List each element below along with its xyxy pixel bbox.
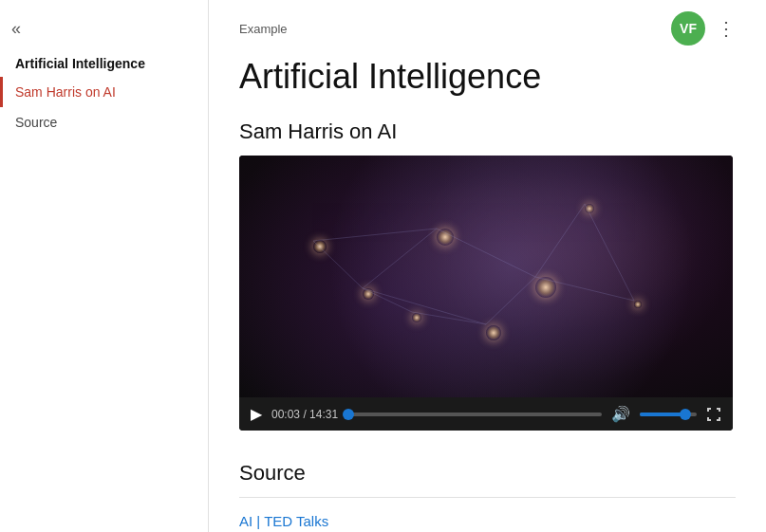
volume-fill <box>640 413 685 416</box>
svg-line-6 <box>486 277 535 324</box>
time-display: 00:03 / 14:31 <box>271 408 338 421</box>
svg-line-1 <box>363 229 437 288</box>
video-section-title: Sam Harris on AI <box>239 119 736 144</box>
volume-bar[interactable] <box>640 413 697 416</box>
svg-line-0 <box>437 229 535 277</box>
progress-bar[interactable] <box>347 413 602 416</box>
avatar[interactable]: VF <box>671 11 705 46</box>
sidebar-item-label: Sam Harris on AI <box>15 84 116 100</box>
breadcrumb: Example <box>239 22 288 36</box>
svg-line-3 <box>535 277 634 301</box>
chevron-left-icon: « <box>11 19 21 39</box>
fullscreen-button[interactable] <box>706 407 721 422</box>
source-section-title: Source <box>239 461 736 486</box>
svg-line-4 <box>313 241 363 288</box>
sidebar-section-title: Artificial Intelligence <box>0 46 208 77</box>
topbar: Example VF ⋮ <box>239 0 736 53</box>
volume-icon[interactable]: 🔊 <box>611 405 630 423</box>
video-player[interactable]: ▶ 00:03 / 14:31 🔊 <box>239 156 733 431</box>
svg-line-5 <box>363 288 486 324</box>
video-controls: ▶ 00:03 / 14:31 🔊 <box>239 397 733 431</box>
play-button[interactable]: ▶ <box>251 405 262 423</box>
glowing-orbs <box>239 156 733 397</box>
main-content: Example VF ⋮ Artificial Intelligence Sam… <box>209 0 766 532</box>
svg-line-8 <box>313 229 437 241</box>
current-time: 00:03 <box>271 408 300 421</box>
sidebar-collapse-button[interactable]: « <box>0 11 208 46</box>
svg-line-2 <box>535 204 585 277</box>
video-thumbnail <box>239 156 733 397</box>
sidebar-item-label: Source <box>15 115 57 130</box>
sidebar-item-sam-harris-on-ai[interactable]: Sam Harris on AI <box>0 77 208 107</box>
total-time: 14:31 <box>309 408 338 421</box>
source-link[interactable]: AI | TED Talks <box>239 513 328 529</box>
sidebar-item-source[interactable]: Source <box>0 107 208 138</box>
topbar-actions: VF ⋮ <box>671 11 736 46</box>
volume-dot <box>680 409 691 420</box>
more-options-button[interactable]: ⋮ <box>717 17 736 40</box>
page-title: Artificial Intelligence <box>239 57 736 97</box>
source-section: Source AI | TED Talks <box>239 461 736 530</box>
source-divider <box>239 497 736 498</box>
progress-dot <box>343 409 354 420</box>
svg-line-10 <box>363 288 412 312</box>
fullscreen-icon <box>706 407 721 422</box>
neural-lines <box>239 156 733 397</box>
sidebar: « Artificial Intelligence Sam Harris on … <box>0 0 209 532</box>
svg-line-7 <box>585 204 634 301</box>
progress-fill <box>347 413 348 416</box>
